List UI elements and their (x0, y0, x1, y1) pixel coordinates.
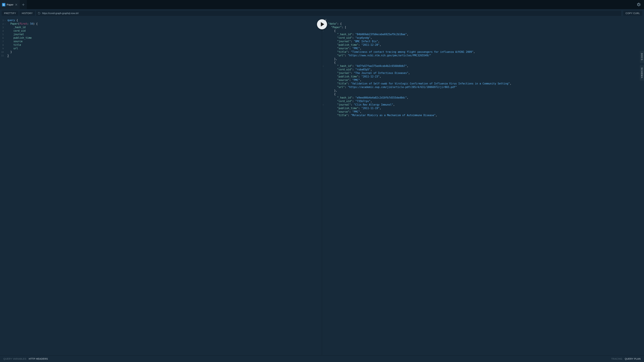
endpoint-input[interactable]: https://covid-graph-graphql.now.sh/ (36, 10, 621, 16)
tab-title: Paper (7, 3, 14, 6)
result-fold-gutter: ▾▾▾▾ ▾ ▾ (322, 17, 324, 107)
result-json: { "data": { "Paper": [ { "_hash_id": "84… (322, 17, 644, 119)
copy-curl-button[interactable]: COPY CURL (623, 11, 642, 16)
query-icon: Q (2, 3, 5, 6)
tracing-tab[interactable]: TRACING (611, 358, 622, 360)
result-viewer[interactable]: ▾▾▾▾ ▾ ▾ { "data": { "Paper": [ { "_hash… (322, 17, 644, 355)
http-headers-tab[interactable]: HTTP HEADERS (29, 358, 48, 360)
docs-tab[interactable]: DOCS (640, 51, 644, 63)
reload-icon[interactable] (38, 12, 40, 14)
main-split: 1 2 3 4 5 6 7 8 9 10 11 query { Paper(fi… (0, 17, 644, 355)
query-editor[interactable]: 1 2 3 4 5 6 7 8 9 10 11 query { Paper(fi… (0, 17, 322, 355)
prettify-button[interactable]: PRETTIFY (2, 11, 18, 16)
bottom-bar: QUERY VARIABLES HTTP HEADERS TRACING QUE… (0, 355, 644, 362)
tab-paper[interactable]: Q Paper (0, 0, 20, 9)
settings-icon[interactable] (636, 2, 641, 7)
line-gutter: 1 2 3 4 5 6 7 8 9 10 11 (0, 17, 6, 57)
close-icon[interactable] (15, 3, 18, 6)
tab-bar: Q Paper (0, 0, 644, 9)
new-tab-button[interactable] (20, 0, 27, 9)
history-button[interactable]: HISTORY (20, 11, 35, 16)
execute-button[interactable] (317, 19, 327, 29)
toolbar: PRETTIFY HISTORY https://covid-graph-gra… (0, 9, 644, 17)
query-variables-tab[interactable]: QUERY VARIABLES (3, 358, 26, 360)
endpoint-url: https://covid-graph-graphql.now.sh/ (42, 12, 79, 14)
side-panel-tabs: DOCS SCHEMA (640, 51, 644, 81)
query-plan-tab[interactable]: QUERY PLAN (625, 358, 641, 360)
schema-tab[interactable]: SCHEMA (640, 65, 644, 81)
query-code[interactable]: query { Paper(first: 50) { _hash_id cord… (0, 17, 322, 59)
